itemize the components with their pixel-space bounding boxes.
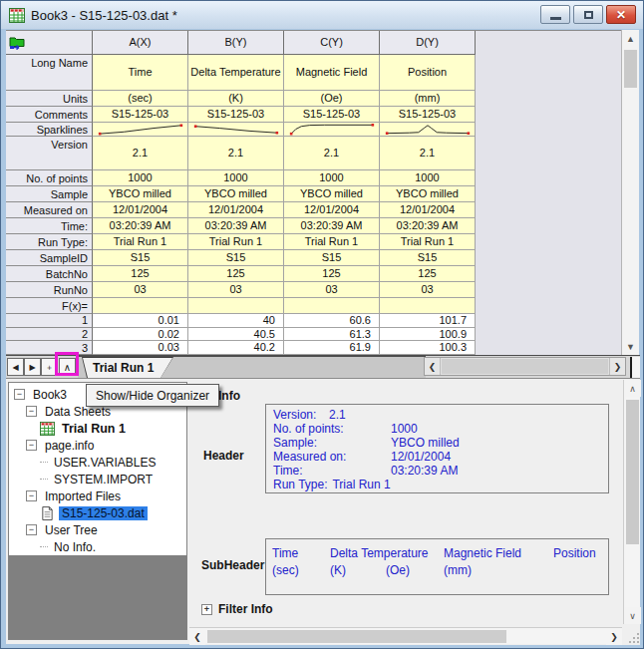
cell[interactable]: (Oe)	[284, 91, 380, 107]
cell[interactable]: S15-125-03	[284, 107, 380, 123]
expand-plus-icon[interactable]: +	[201, 604, 212, 615]
cell[interactable]: S15	[188, 250, 284, 266]
cell[interactable]: Position	[380, 55, 476, 91]
cell[interactable]: 125	[93, 266, 188, 282]
scroll-right-icon[interactable]: ❯	[606, 628, 622, 645]
column-header-c-y[interactable]: C(Y)	[284, 31, 380, 55]
scroll-up-icon[interactable]: ▲	[622, 30, 639, 47]
cell[interactable]: 61.9	[284, 341, 380, 355]
cell[interactable]: S15	[284, 250, 380, 266]
row-header-version[interactable]: Version	[6, 137, 93, 170]
cell[interactable]: S15	[93, 250, 188, 266]
scroll-left-icon[interactable]: ❮	[425, 358, 441, 375]
cell[interactable]	[380, 298, 476, 314]
tree-item-system-import[interactable]: SYSTEM.IMPORT	[9, 471, 186, 487]
cell[interactable]: 12/01/2004	[284, 202, 380, 218]
scrollbar-thumb[interactable]	[207, 630, 506, 643]
cell[interactable]: 60.6	[284, 314, 380, 328]
collapse-minus-icon[interactable]: −	[26, 490, 37, 501]
cell[interactable]: 0.02	[93, 328, 188, 342]
cell[interactable]: 03:20:39 AM	[93, 218, 188, 234]
cell[interactable]: YBCO milled	[284, 186, 380, 202]
cell[interactable]: 125	[284, 266, 380, 282]
cell[interactable]: S15	[380, 250, 476, 266]
cell[interactable]: 2.1	[188, 137, 284, 170]
cell[interactable]: 100.9	[380, 328, 476, 342]
sparkline-cell[interactable]	[284, 123, 380, 137]
cell[interactable]: Trial Run 1	[93, 234, 188, 250]
row-header-f-x[interactable]: F(x)=	[6, 298, 93, 314]
tree-item-user-variables[interactable]: USER.VARIABLES	[9, 454, 186, 471]
collapse-minus-icon[interactable]: −	[26, 440, 37, 451]
row-header-no-of-points[interactable]: No. of points	[6, 170, 93, 186]
scroll-down-icon[interactable]: ▼	[622, 338, 639, 355]
cell[interactable]: 03	[93, 282, 188, 298]
collapse-minus-icon[interactable]: −	[14, 389, 25, 400]
tree-item-s15-125-03-dat[interactable]: S15-125-03.dat	[9, 504, 186, 521]
cell[interactable]: 0.01	[93, 314, 188, 328]
add-sheet-button[interactable]: ＋	[41, 358, 58, 376]
cell[interactable]: 1000	[284, 170, 380, 186]
cell[interactable]: S15-125-03	[93, 107, 188, 123]
row-header-3[interactable]: 3	[6, 341, 93, 355]
cell[interactable]: YBCO milled	[93, 186, 188, 202]
row-header-2[interactable]: 2	[6, 328, 93, 342]
scroll-down-icon[interactable]: ∨	[624, 607, 641, 624]
cell[interactable]: 0.03	[93, 341, 188, 355]
cell[interactable]	[93, 298, 188, 314]
cell[interactable]: 03	[380, 282, 476, 298]
cell[interactable]: Trial Run 1	[284, 234, 380, 250]
row-header-batchno[interactable]: BatchNo	[6, 266, 93, 282]
scrollbar-thumb[interactable]	[442, 359, 608, 374]
cell[interactable]: Trial Run 1	[380, 234, 476, 250]
cell[interactable]: 1000	[188, 170, 284, 186]
cell[interactable]: YBCO milled	[188, 186, 284, 202]
cell[interactable]: Magnetic Field	[284, 55, 380, 91]
cell[interactable]: 03	[284, 282, 380, 298]
tab-scroll-left-button[interactable]: ◀	[7, 358, 24, 376]
tree-item-no-info[interactable]: No Info.	[9, 538, 186, 555]
row-header-run-type[interactable]: Run Type:	[6, 234, 93, 250]
row-header-sparklines[interactable]: Sparklines	[6, 123, 93, 137]
cell[interactable]: 03:20:39 AM	[188, 218, 284, 234]
cell[interactable]: 40.5	[188, 328, 284, 342]
tab-scroll-right-button[interactable]: ▶	[24, 358, 41, 376]
cell[interactable]: 03:20:39 AM	[380, 218, 476, 234]
row-header-comments[interactable]: Comments	[6, 107, 93, 123]
cell[interactable]: S15-125-03	[188, 107, 284, 123]
scrollbar-thumb[interactable]	[626, 400, 639, 544]
worksheet-horizontal-scrollbar[interactable]: ❮ ❯	[424, 357, 626, 376]
cell[interactable]: 100.3	[380, 341, 476, 355]
scroll-left-icon[interactable]: ❮	[189, 628, 205, 645]
title-bar[interactable]: Book3 - S15-125-03.dat * ✕	[1, 1, 643, 29]
tab-label[interactable]: Trial Run 1	[83, 358, 172, 378]
cell[interactable]: 40.2	[188, 341, 284, 355]
cell[interactable]: 2.1	[93, 137, 188, 170]
tree-item-page-info[interactable]: −page.info	[9, 437, 186, 454]
cell[interactable]: 03	[188, 282, 284, 298]
row-header-time[interactable]: Time:	[6, 218, 93, 234]
cell[interactable]: 12/01/2004	[188, 202, 284, 218]
cell[interactable]: 40	[188, 314, 284, 328]
cell[interactable]: 125	[188, 266, 284, 282]
cell[interactable]: 2.1	[284, 137, 380, 170]
tree-item-imported-files[interactable]: −Imported Files	[9, 487, 186, 504]
show-hide-organizer-button[interactable]: ∧	[59, 358, 76, 376]
info-vertical-scrollbar[interactable]: ∧ ∨	[623, 380, 640, 624]
tree-item-trial-run-1[interactable]: Trial Run 1	[9, 420, 186, 437]
cell[interactable]	[284, 298, 380, 314]
sparkline-cell[interactable]	[188, 123, 284, 137]
scroll-right-icon[interactable]: ❯	[609, 358, 625, 375]
cell[interactable]: 12/01/2004	[380, 202, 476, 218]
row-header-units[interactable]: Units	[6, 91, 93, 107]
cell[interactable]: 12/01/2004	[93, 202, 188, 218]
info-horizontal-scrollbar[interactable]: ❮ ❯	[189, 627, 622, 644]
row-header-sample[interactable]: Sample	[6, 186, 93, 202]
corner-select-cell[interactable]	[6, 31, 93, 55]
column-header-b-y[interactable]: B(Y)	[188, 31, 284, 55]
sparkline-cell[interactable]	[380, 123, 476, 137]
cell[interactable]: 03:20:39 AM	[284, 218, 380, 234]
cell[interactable]: 125	[380, 266, 476, 282]
cell[interactable]: 1000	[380, 170, 476, 186]
collapse-minus-icon[interactable]: −	[26, 524, 37, 535]
